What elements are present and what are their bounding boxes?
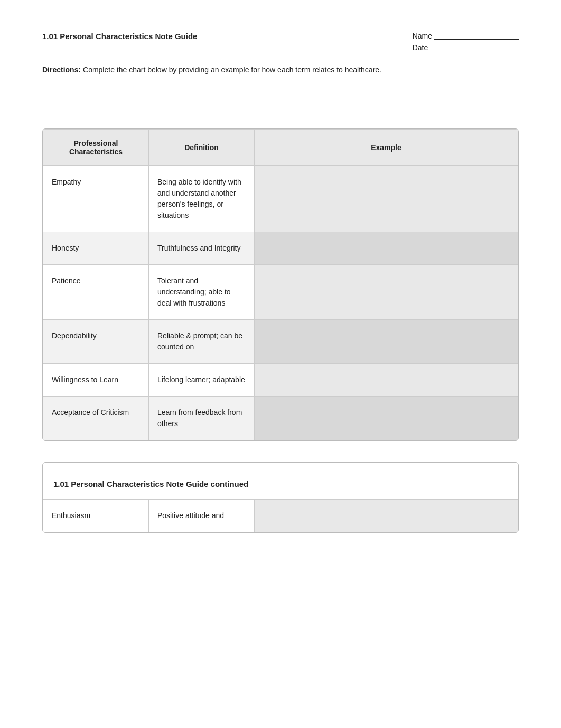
- table-row: EmpathyBeing able to identify with and u…: [43, 166, 518, 232]
- header-row: 1.01 Personal Characteristics Note Guide…: [42, 32, 519, 52]
- col-header-characteristics: Professional Characteristics: [43, 130, 149, 166]
- date-line: Date: [413, 43, 519, 52]
- table-header-row: Professional Characteristics Definition …: [43, 130, 518, 166]
- characteristic-cell: Willingness to Learn: [43, 364, 149, 397]
- characteristic-cell: Acceptance of Criticism: [43, 397, 149, 440]
- characteristic-cell: Dependability: [43, 320, 149, 364]
- characteristic-cell: Empathy: [43, 166, 149, 232]
- doc-title: 1.01 Personal Characteristics Note Guide: [42, 32, 197, 41]
- directions: Directions: Complete the chart below by …: [42, 64, 519, 76]
- example-cell[interactable]: [255, 500, 518, 532]
- example-cell[interactable]: [255, 320, 518, 364]
- date-label: Date: [413, 43, 428, 52]
- definition-cell: Truthfulness and Integrity: [149, 232, 255, 265]
- main-table-container: Professional Characteristics Definition …: [42, 128, 519, 441]
- characteristic-cell: Honesty: [43, 232, 149, 265]
- directions-label: Directions:: [42, 66, 81, 74]
- example-cell[interactable]: [255, 265, 518, 320]
- example-cell[interactable]: [255, 166, 518, 232]
- continued-section: 1.01 Personal Characteristics Note Guide…: [42, 462, 519, 533]
- main-table: Professional Characteristics Definition …: [43, 129, 518, 440]
- table-row: Willingness to LearnLifelong learner; ad…: [43, 364, 518, 397]
- continued-table: EnthusiasmPositive attitude and: [43, 499, 518, 532]
- table-row: Acceptance of CriticismLearn from feedba…: [43, 397, 518, 440]
- date-field[interactable]: [430, 44, 515, 51]
- example-cell[interactable]: [255, 397, 518, 440]
- name-label: Name: [413, 32, 432, 40]
- definition-cell: Positive attitude and: [149, 500, 255, 532]
- name-date-block: Name Date: [413, 32, 519, 52]
- characteristic-cell: Patience: [43, 265, 149, 320]
- table-row: DependabilityReliable & prompt; can be c…: [43, 320, 518, 364]
- table-row: HonestyTruthfulness and Integrity: [43, 232, 518, 265]
- continued-title: 1.01 Personal Characteristics Note Guide…: [53, 471, 508, 495]
- name-field[interactable]: [434, 32, 519, 40]
- definition-cell: Learn from feedback from others: [149, 397, 255, 440]
- col-header-definition: Definition: [149, 130, 255, 166]
- example-cell[interactable]: [255, 232, 518, 265]
- definition-cell: Being able to identify with and understa…: [149, 166, 255, 232]
- table-row: PatienceTolerant and understanding; able…: [43, 265, 518, 320]
- characteristic-cell: Enthusiasm: [43, 500, 149, 532]
- name-line: Name: [413, 32, 519, 40]
- definition-cell: Tolerant and understanding; able to deal…: [149, 265, 255, 320]
- example-cell[interactable]: [255, 364, 518, 397]
- page: 1.01 Personal Characteristics Note Guide…: [0, 0, 561, 575]
- definition-cell: Lifelong learner; adaptable: [149, 364, 255, 397]
- directions-text: Complete the chart below by providing an…: [81, 66, 381, 74]
- col-header-example: Example: [255, 130, 518, 166]
- definition-cell: Reliable & prompt; can be counted on: [149, 320, 255, 364]
- table-row: EnthusiasmPositive attitude and: [43, 500, 518, 532]
